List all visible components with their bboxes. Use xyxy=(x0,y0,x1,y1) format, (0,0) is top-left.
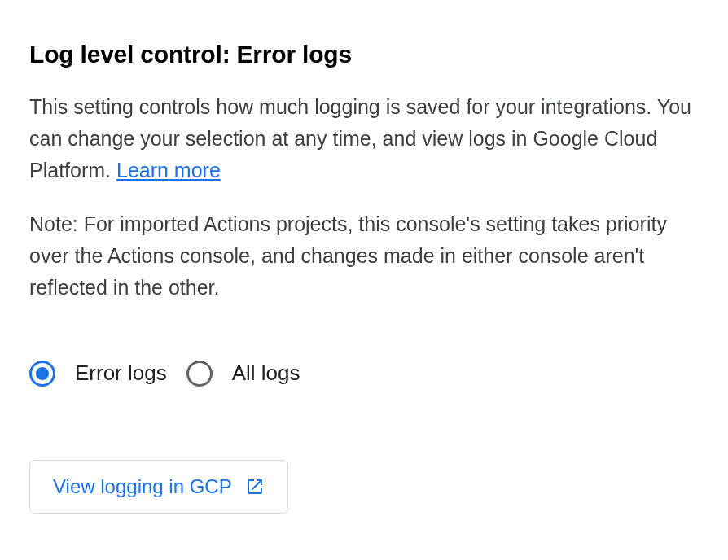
description-paragraph: This setting controls how much logging i… xyxy=(29,91,697,186)
radio-circle-icon xyxy=(29,361,55,387)
radio-label-all-logs: All logs xyxy=(232,361,300,386)
external-link-icon xyxy=(245,477,265,497)
log-level-radio-group: Error logs All logs xyxy=(29,361,699,387)
view-button-label: View logging in GCP xyxy=(53,475,232,498)
note-paragraph: Note: For imported Actions projects, thi… xyxy=(29,208,697,303)
radio-circle-icon xyxy=(186,361,213,387)
section-heading: Log level control: Error logs xyxy=(29,41,699,68)
radio-option-error-logs[interactable]: Error logs xyxy=(29,361,167,387)
radio-option-all-logs[interactable]: All logs xyxy=(186,361,300,387)
radio-label-error-logs: Error logs xyxy=(75,361,167,386)
learn-more-link[interactable]: Learn more xyxy=(116,159,221,182)
view-logging-button[interactable]: View logging in GCP xyxy=(29,460,288,514)
